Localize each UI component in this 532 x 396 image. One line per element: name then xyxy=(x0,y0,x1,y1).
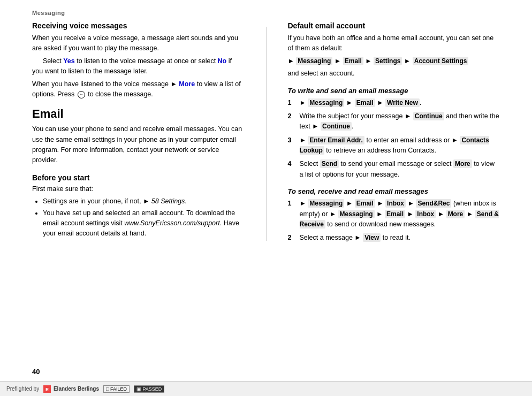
write-heading: To write and send an email message xyxy=(288,87,500,95)
content-area: Receiving voice messages When you receiv… xyxy=(0,21,532,247)
step-content: ► Messaging ► Email ► Inbox ► Send&Rec (… xyxy=(300,199,500,230)
step-num: 1 xyxy=(288,199,295,230)
nav-email-2: Email xyxy=(355,98,375,107)
default-heading: Default email account xyxy=(288,21,500,30)
nav-write-new: Write New xyxy=(385,98,420,107)
nav-email-4: Email xyxy=(385,210,405,218)
step-content: ► Messaging ► Email ► Write New. xyxy=(300,98,500,108)
send-steps-list: 1 ► Messaging ► Email ► Inbox ► Send&Rec… xyxy=(288,199,500,243)
preflight-bar: Preflighted by E Elanders Berlings □ FAI… xyxy=(0,381,532,396)
nav-messaging-3: Messaging xyxy=(308,199,344,208)
failed-badge: □ FAILED xyxy=(103,385,130,393)
nav-account-settings: Account Settings xyxy=(413,57,469,65)
passed-label: ▣ PASSED xyxy=(134,385,164,393)
step-content: ► Enter Email Addr. to enter an email ad… xyxy=(300,135,500,156)
preflight-label: Preflighted by xyxy=(6,386,39,392)
left-column: Receiving voice messages When you receiv… xyxy=(32,21,250,247)
nav-inbox: Inbox xyxy=(385,199,406,208)
receiving-body-2: Select Yes to listen to the voice messag… xyxy=(32,56,245,77)
step-num: 4 xyxy=(288,159,295,180)
header-section: Messaging xyxy=(0,0,532,16)
no-highlight: No xyxy=(218,57,227,65)
nav-enter-email: Enter Email Addr. xyxy=(308,136,364,144)
default-body2: and select an account. xyxy=(288,68,500,79)
nav-continue-2: Continue xyxy=(321,122,352,131)
nav-send: Send xyxy=(320,159,339,168)
step-num: 1 xyxy=(288,98,295,108)
nav-more-2: More xyxy=(446,210,465,218)
page: Messaging Receiving voice messages When … xyxy=(0,0,532,396)
list-item: Settings are in your phone, if not, ► 58… xyxy=(43,196,245,207)
nav-view: View xyxy=(363,233,381,242)
before-intro: First make sure that: xyxy=(32,184,245,194)
nav-send-rec: Send&Rec xyxy=(416,199,451,208)
right-column: Default email account If you have both a… xyxy=(283,21,500,247)
nav-inbox-2: Inbox xyxy=(415,210,436,218)
step-item: 2 Select a message ► View to read it. xyxy=(288,233,500,243)
step-item: 1 ► Messaging ► Email ► Inbox ► Send&Rec… xyxy=(288,199,500,230)
before-heading: Before you start xyxy=(32,173,245,182)
step-num: 3 xyxy=(288,135,295,156)
nav-messaging-2: Messaging xyxy=(308,98,344,107)
passed-badge: ▣ PASSED xyxy=(134,385,164,393)
default-body: If you have both an office and a home em… xyxy=(288,33,500,54)
nav-more: More xyxy=(453,159,472,168)
page-number: 40 xyxy=(32,368,40,376)
step-item: 3 ► Enter Email Addr. to enter an email … xyxy=(288,135,500,156)
step-item: 1 ► Messaging ► Email ► Write New. xyxy=(288,98,500,108)
step-content: Select Send to send your email message o… xyxy=(300,159,500,180)
step-content: Select a message ► View to read it. xyxy=(300,233,500,243)
more-highlight: More xyxy=(179,80,195,88)
preflight-logo: E Elanders Berlings xyxy=(43,385,99,393)
elanders-icon: E xyxy=(43,385,51,393)
list-item: You have set up and selected an email ac… xyxy=(43,208,245,239)
failed-label: □ FAILED xyxy=(103,385,130,393)
yes-highlight: Yes xyxy=(63,57,75,65)
write-steps-list: 1 ► Messaging ► Email ► Write New. 2 Wri… xyxy=(288,98,500,180)
nav-email: Email xyxy=(343,57,363,65)
elanders-name: Elanders Berlings xyxy=(54,385,99,391)
column-divider xyxy=(266,27,267,241)
email-body: You can use your phone to send and recei… xyxy=(32,124,245,166)
step-content: Write the subject for your message ► Con… xyxy=(300,111,500,132)
receiving-body-1: When you receive a voice message, a mess… xyxy=(32,33,245,54)
nav-messaging: Messaging xyxy=(296,57,332,65)
nav-messaging-4: Messaging xyxy=(338,210,375,218)
step-num: 2 xyxy=(288,111,295,132)
nav-continue-1: Continue xyxy=(413,112,444,120)
nav-settings: Settings xyxy=(374,57,402,65)
email-heading: Email xyxy=(32,107,245,121)
step-item: 4 Select Send to send your email message… xyxy=(288,159,500,180)
step-item: 2 Write the subject for your message ► C… xyxy=(288,111,500,132)
receiving-body-3: When you have listened to the voice mess… xyxy=(32,79,245,100)
section-label: Messaging xyxy=(32,10,500,16)
svg-text:E: E xyxy=(45,387,49,392)
default-nav: ► Messaging ► Email ► Settings ► Account… xyxy=(288,56,500,66)
step-num: 2 xyxy=(288,233,295,243)
send-heading: To send, receive and read email messages xyxy=(288,187,500,195)
close-icon: ← xyxy=(78,91,85,98)
before-list: Settings are in your phone, if not, ► 58… xyxy=(32,196,245,239)
nav-email-3: Email xyxy=(355,199,375,208)
receiving-heading: Receiving voice messages xyxy=(32,21,245,30)
